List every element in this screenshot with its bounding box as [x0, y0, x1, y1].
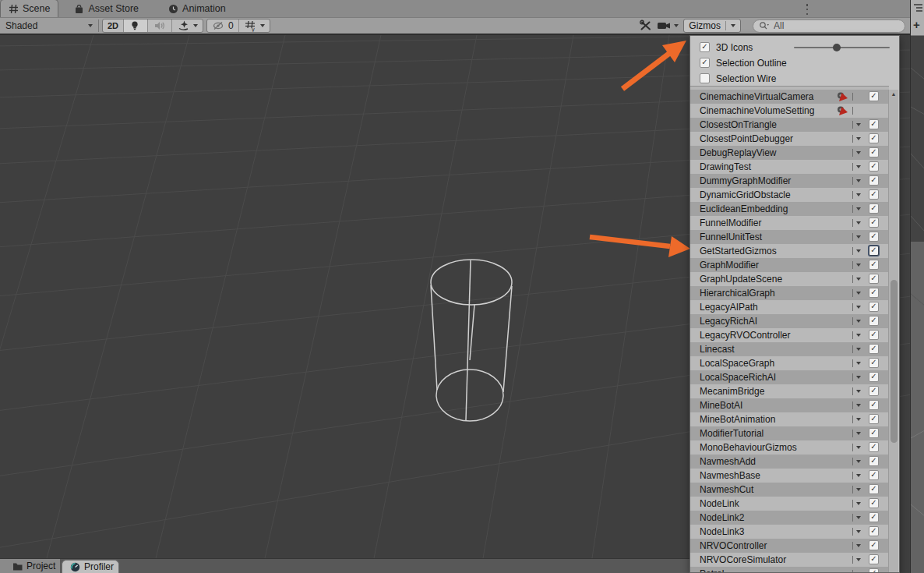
gizmo-icon-dropdown[interactable]	[856, 432, 861, 435]
gizmo-script-row[interactable]: ModifierTutorial ✓	[690, 426, 889, 440]
gizmo-icon-dropdown[interactable]	[856, 249, 861, 253]
gizmo-icon-dropdown[interactable]	[856, 221, 861, 225]
camera-dropdown-chevron-icon[interactable]	[674, 24, 679, 27]
gizmo-script-row[interactable]: FunnelUnitTest ✓	[690, 230, 889, 244]
gizmo-script-row[interactable]: Patrol ✓	[690, 567, 889, 573]
gizmo-script-row[interactable]: GraphModifier ✓	[690, 258, 889, 272]
gizmo-script-row[interactable]: LegacyAIPath ✓	[690, 300, 889, 314]
scene-audio-button[interactable]	[147, 19, 171, 32]
gizmo-enabled-checkbox[interactable]: ✓	[869, 386, 879, 396]
gizmo-script-row[interactable]: NavmeshAdd ✓	[690, 455, 889, 469]
gizmo-enabled-checkbox[interactable]: ✓	[869, 344, 879, 354]
gizmo-icon-dropdown[interactable]	[856, 530, 861, 533]
toggle-2d-button[interactable]: 2D	[103, 19, 123, 32]
scene-camera-icon[interactable]	[657, 19, 672, 32]
gizmo-icon-dropdown[interactable]	[856, 278, 861, 281]
gizmo-script-row[interactable]: CinemachineVolumeSetting ✓	[690, 104, 889, 118]
gizmo-icon-dropdown[interactable]	[856, 390, 861, 393]
gizmo-enabled-checkbox[interactable]: ✓	[869, 91, 879, 101]
gizmo-enabled-checkbox[interactable]: ✓	[869, 330, 879, 340]
gizmo-icon-dropdown[interactable]	[856, 334, 861, 337]
gizmo-icon-dropdown[interactable]	[856, 558, 861, 561]
gizmo-icon-dropdown[interactable]	[856, 502, 861, 505]
option-checkbox[interactable]: ✓	[700, 73, 710, 83]
tab-project[interactable]: Project	[0, 559, 60, 573]
gizmo-icon-dropdown[interactable]	[856, 165, 861, 168]
gizmo-enabled-checkbox[interactable]: ✓	[869, 568, 879, 573]
gizmo-enabled-checkbox[interactable]: ✓	[869, 400, 879, 410]
gizmo-enabled-checkbox[interactable]: ✓	[869, 372, 879, 382]
gizmo-enabled-checkbox[interactable]: ✓	[869, 274, 879, 284]
gizmo-script-row[interactable]: LegacyRVOController ✓	[690, 328, 889, 342]
gizmo-enabled-checkbox[interactable]: ✓	[869, 302, 879, 312]
gizmos-dropdown-button[interactable]: Gizmos	[683, 19, 741, 33]
gizmo-icon-dropdown[interactable]	[856, 362, 861, 365]
gizmo-enabled-checkbox[interactable]: ✓	[869, 119, 879, 129]
gizmo-script-row[interactable]: MecanimBridge ✓	[690, 384, 889, 398]
gizmo-script-row[interactable]: LegacyRichAI ✓	[690, 314, 889, 328]
gizmo-script-row[interactable]: NodeLink2 ✓	[690, 511, 889, 525]
gizmo-enabled-checkbox[interactable]: ✓	[869, 498, 879, 508]
add-plus-icon[interactable]: +	[913, 18, 920, 31]
option-checkbox[interactable]: ✓	[700, 58, 710, 68]
option-checkbox[interactable]: ✓	[700, 42, 710, 52]
gizmo-script-row[interactable]: ClosestOnTriangle ✓	[690, 118, 889, 132]
gizmo-option-row[interactable]: ✓ 3D Icons	[690, 41, 899, 55]
gizmo-script-row[interactable]: DynamicGridObstacle ✓	[690, 188, 889, 202]
scroll-up-arrow-icon[interactable]: ▲	[889, 91, 898, 97]
scrollbar-thumb[interactable]	[890, 280, 898, 443]
gizmo-icon-dropdown[interactable]	[856, 207, 861, 210]
gizmo-script-row[interactable]: GetStartedGizmos ✓	[690, 244, 889, 258]
gizmo-script-row[interactable]: HierarchicalGraph ✓	[690, 286, 889, 300]
gizmo-enabled-checkbox[interactable]: ✓	[869, 358, 879, 368]
gizmo-script-row[interactable]: NavmeshCut ✓	[690, 483, 889, 497]
gizmo-script-row[interactable]: CinemachineVirtualCamera ✓	[690, 90, 889, 104]
tab-asset-store[interactable]: Asset Store	[66, 0, 146, 17]
gizmo-icon-dropdown[interactable]	[856, 151, 861, 154]
gizmo-enabled-checkbox[interactable]: ✓	[869, 288, 879, 298]
tab-scene[interactable]: Scene	[0, 0, 58, 17]
grid-visibility-dropdown[interactable]: y	[238, 19, 270, 32]
gizmo-icon-dropdown[interactable]	[856, 488, 861, 491]
gizmo-enabled-checkbox[interactable]: ✓	[869, 442, 879, 452]
gizmo-icon-dropdown[interactable]	[856, 516, 861, 519]
gizmo-enabled-checkbox[interactable]: ✓	[869, 470, 879, 480]
gizmo-enabled-checkbox[interactable]: ✓	[869, 147, 879, 157]
gizmo-enabled-checkbox[interactable]: ✓	[869, 189, 879, 200]
gizmo-script-row[interactable]: ClosestPointDebugger ✓	[690, 132, 889, 146]
draw-mode-dropdown[interactable]: Shaded	[0, 20, 98, 31]
gizmo-script-row[interactable]: NRVOController ✓	[690, 539, 889, 553]
gizmo-script-row[interactable]: LocalSpaceRichAI ✓	[690, 370, 889, 384]
gizmo-script-row[interactable]: DrawingTest ✓	[690, 160, 889, 174]
gizmo-enabled-checkbox[interactable]: ✓	[869, 133, 879, 143]
gizmo-enabled-checkbox[interactable]: ✓	[869, 316, 879, 326]
gizmo-enabled-checkbox[interactable]: ✓	[869, 260, 879, 270]
gizmo-script-row[interactable]: DebugReplayView ✓	[690, 146, 889, 160]
gizmo-enabled-checkbox[interactable]: ✓	[869, 175, 879, 186]
gizmo-icon-dropdown[interactable]	[856, 292, 861, 295]
gizmo-enabled-checkbox[interactable]: ✓	[869, 203, 879, 214]
gizmo-enabled-checkbox[interactable]: ✓	[869, 246, 879, 256]
gizmo-icon-dropdown[interactable]	[856, 235, 861, 239]
gizmo-enabled-checkbox[interactable]: ✓	[869, 484, 879, 494]
gizmo-icon-dropdown[interactable]	[856, 123, 861, 126]
gizmo-script-row[interactable]: NodeLink3 ✓	[690, 525, 889, 539]
panel-scrollbar[interactable]: ▲	[888, 90, 898, 572]
scene-lighting-button[interactable]	[123, 19, 147, 32]
gizmo-icon-dropdown[interactable]	[856, 376, 861, 379]
gizmo-script-row[interactable]: NodeLink ✓	[690, 497, 889, 511]
gizmo-icon-dropdown[interactable]	[856, 179, 861, 182]
icon-size-slider[interactable]	[794, 47, 890, 48]
gizmo-script-row[interactable]: MineBotAI ✓	[690, 398, 889, 412]
gizmo-option-row[interactable]: ✓ Selection Wire	[690, 72, 899, 86]
gizmo-enabled-checkbox[interactable]: ✓	[869, 456, 879, 466]
gizmo-script-row[interactable]: MineBotAnimation ✓	[690, 412, 889, 426]
gizmo-enabled-checkbox[interactable]: ✓	[869, 414, 879, 424]
tab-animation[interactable]: Animation	[160, 0, 234, 17]
gizmo-icon-dropdown[interactable]	[856, 193, 861, 196]
gizmo-script-row[interactable]: MonoBehaviourGizmos ✓	[690, 440, 889, 455]
gizmo-script-row[interactable]: NRVOCoreSimulator ✓	[690, 553, 889, 567]
tab-profiler[interactable]: Profiler	[62, 560, 119, 573]
gizmo-icon-dropdown[interactable]	[856, 306, 861, 309]
tools-wrench-icon[interactable]	[639, 19, 653, 32]
